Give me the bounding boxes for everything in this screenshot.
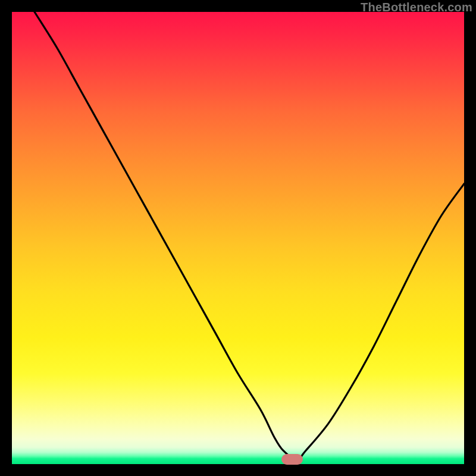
- chart-frame: [12, 12, 464, 464]
- watermark-text: TheBottleneck.com: [361, 1, 472, 14]
- optimal-marker: [281, 454, 303, 465]
- bottleneck-curve: [12, 12, 464, 464]
